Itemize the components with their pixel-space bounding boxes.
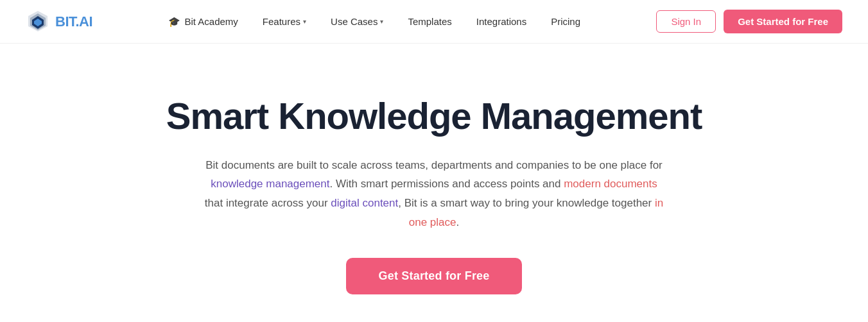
- logo-link[interactable]: BIT.AI: [26, 10, 92, 34]
- logo-brand-text: BIT.AI: [55, 13, 92, 30]
- highlight-modern-documents: modern documents: [564, 178, 657, 190]
- nav-link-integrations[interactable]: Integrations: [466, 11, 537, 32]
- nav-link-bit-academy[interactable]: 🎓 Bit Academy: [158, 11, 248, 33]
- nav-link-pricing[interactable]: Pricing: [541, 11, 591, 32]
- hero-section: Smart Knowledge Management Bit documents…: [0, 44, 868, 322]
- highlight-knowledge-management: knowledge management: [211, 178, 329, 190]
- nav-link-label: Integrations: [476, 16, 526, 27]
- nav-link-label: Templates: [408, 16, 451, 27]
- nav-link-label: Use Cases: [331, 16, 378, 27]
- highlight-digital-content: digital content: [331, 197, 398, 209]
- chevron-down-icon: ▾: [380, 18, 383, 25]
- nav-link-templates[interactable]: Templates: [397, 11, 462, 32]
- nav-link-label: Bit Academy: [184, 16, 238, 27]
- get-started-nav-button[interactable]: Get Started for Free: [724, 10, 842, 33]
- nav-actions: Sign In Get Started for Free: [656, 10, 842, 33]
- signin-button[interactable]: Sign In: [656, 10, 716, 33]
- nav-link-features[interactable]: Features ▾: [252, 11, 317, 32]
- academy-icon: 🎓: [168, 16, 180, 28]
- nav-link-use-cases[interactable]: Use Cases ▾: [320, 11, 394, 32]
- highlight-one-place: in one place: [409, 197, 663, 228]
- logo-icon: [26, 10, 50, 34]
- nav-link-label: Pricing: [551, 16, 580, 27]
- nav-link-label: Features: [263, 16, 300, 27]
- hero-subtitle: Bit documents are built to scale across …: [203, 156, 665, 232]
- navbar: BIT.AI 🎓 Bit Academy Features ▾ Use Case…: [0, 0, 868, 44]
- nav-links: 🎓 Bit Academy Features ▾ Use Cases ▾ Tem…: [92, 11, 656, 33]
- hero-title: Smart Knowledge Management: [166, 95, 702, 138]
- get-started-hero-button[interactable]: Get Started for Free: [346, 258, 521, 294]
- chevron-down-icon: ▾: [303, 18, 306, 25]
